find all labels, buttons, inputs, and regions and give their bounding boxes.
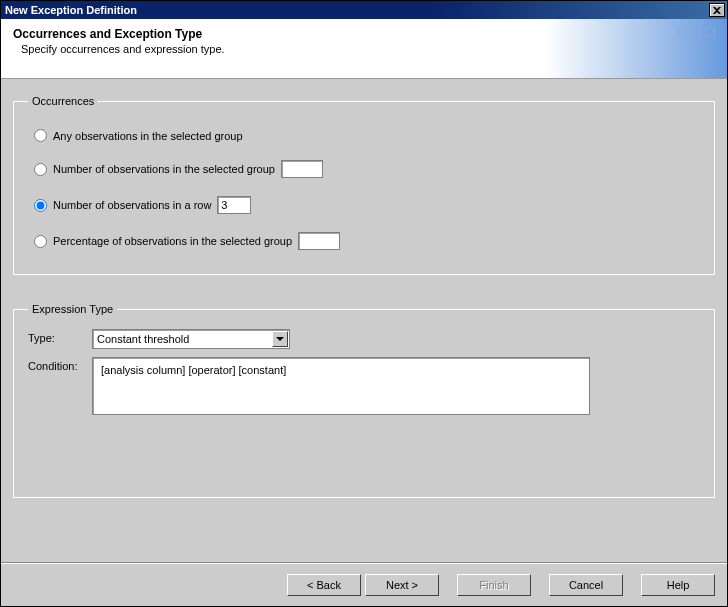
content-area: Occurrences Any observations in the sele… xyxy=(1,79,727,534)
condition-row: Condition: [analysis column] [operator] … xyxy=(28,357,700,415)
finish-button[interactable]: Finish xyxy=(457,574,531,596)
type-select[interactable]: Constant threshold xyxy=(92,329,290,349)
radio-row-pct-group: Percentage of observations in the select… xyxy=(34,232,700,250)
button-bar: < Back Next > Finish Cancel Help xyxy=(1,562,727,606)
occurrences-legend: Occurrences xyxy=(28,95,98,107)
radio-row-num-group: Number of observations in the selected g… xyxy=(34,160,700,178)
radio-row-any: Any observations in the selected group xyxy=(34,129,700,142)
close-button[interactable] xyxy=(709,3,725,17)
close-icon xyxy=(713,7,721,14)
back-button[interactable]: < Back xyxy=(287,574,361,596)
expression-type-group: Expression Type Type: Constant threshold… xyxy=(13,303,715,498)
window-title: New Exception Definition xyxy=(5,4,137,16)
header-decoration xyxy=(677,27,715,37)
chevron-down-icon xyxy=(272,331,288,347)
type-row: Type: Constant threshold xyxy=(28,329,700,349)
next-button[interactable]: Next > xyxy=(365,574,439,596)
type-select-value: Constant threshold xyxy=(97,333,189,345)
label-num-row: Number of observations in a row xyxy=(53,199,211,211)
page-title: Occurrences and Exception Type xyxy=(13,27,715,41)
radio-pct-group[interactable] xyxy=(34,235,47,248)
cancel-button[interactable]: Cancel xyxy=(549,574,623,596)
radio-num-row[interactable] xyxy=(34,199,47,212)
condition-text: [analysis column] [operator] [constant] xyxy=(101,364,286,376)
label-pct-group: Percentage of observations in the select… xyxy=(53,235,292,247)
title-bar: New Exception Definition xyxy=(1,1,727,19)
condition-display: [analysis column] [operator] [constant] xyxy=(92,357,590,415)
label-num-group: Number of observations in the selected g… xyxy=(53,163,275,175)
occurrences-group: Occurrences Any observations in the sele… xyxy=(13,95,715,275)
expression-legend: Expression Type xyxy=(28,303,117,315)
input-num-group[interactable] xyxy=(281,160,323,178)
help-button[interactable]: Help xyxy=(641,574,715,596)
label-any-observations: Any observations in the selected group xyxy=(53,130,243,142)
input-pct-group[interactable] xyxy=(298,232,340,250)
input-num-row[interactable] xyxy=(217,196,251,214)
radio-any-observations[interactable] xyxy=(34,129,47,142)
radio-row-num-row: Number of observations in a row xyxy=(34,196,700,214)
type-label: Type: xyxy=(28,329,92,349)
radio-num-group[interactable] xyxy=(34,163,47,176)
page-subtitle: Specify occurrences and expression type. xyxy=(21,43,715,55)
wizard-header: Occurrences and Exception Type Specify o… xyxy=(1,19,727,79)
dialog-window: New Exception Definition Occurrences and… xyxy=(0,0,728,607)
condition-label: Condition: xyxy=(28,357,92,415)
